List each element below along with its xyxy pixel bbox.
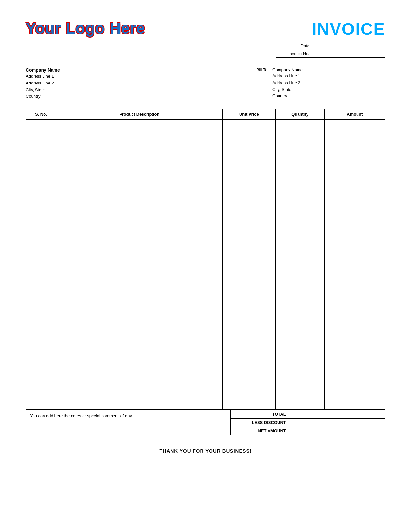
to-city-state: City, State — [272, 86, 303, 93]
invoice-right: INVOICE Date Invoice No. — [272, 19, 385, 58]
from-city-state: City, State — [26, 87, 135, 94]
from-to-section: Company Name Address Line 1 Address Line… — [26, 67, 385, 100]
to-address1: Address Line 1 — [272, 73, 303, 80]
header-description: Product Description — [56, 109, 222, 120]
header-sno: S. No. — [26, 109, 56, 120]
item-amount-cell[interactable] — [325, 120, 385, 410]
to-address2: Address Line 2 — [272, 80, 303, 86]
item-qty-cell[interactable] — [275, 120, 324, 410]
invoice-meta-table: Date Invoice No. — [276, 42, 385, 58]
items-data-row — [26, 120, 385, 410]
logo-text: Your Logo Here — [26, 19, 145, 37]
totals-table: TOTAL LESS DISCOUNT NET AMOUNT — [230, 410, 385, 435]
item-desc-cell[interactable] — [56, 120, 222, 410]
to-country: Country — [272, 93, 303, 100]
item-price-cell[interactable] — [222, 120, 275, 410]
invoice-no-label: Invoice No. — [276, 50, 312, 58]
net-amount-value[interactable] — [289, 427, 385, 435]
date-value[interactable] — [312, 42, 385, 50]
header-section: Your Logo Here INVOICE Date Invoice No. — [26, 19, 385, 58]
from-address2: Address Line 2 — [26, 80, 135, 87]
items-table: S. No. Product Description Unit Price Qu… — [26, 109, 385, 410]
invoice-no-value[interactable] — [312, 50, 385, 58]
total-label: TOTAL — [231, 410, 289, 419]
to-details: Company Name Address Line 1 Address Line… — [272, 67, 303, 100]
items-table-wrapper: S. No. Product Description Unit Price Qu… — [26, 109, 385, 410]
from-address1: Address Line 1 — [26, 73, 135, 80]
net-amount-label: NET AMOUNT — [231, 427, 289, 435]
from-country: Country — [26, 93, 135, 100]
totals-summary: TOTAL LESS DISCOUNT NET AMOUNT — [230, 410, 385, 435]
header-unit-price: Unit Price — [222, 109, 275, 120]
notes-box[interactable]: You can add here the notes or special co… — [26, 410, 164, 429]
discount-label: LESS DISCOUNT — [231, 419, 289, 427]
date-label: Date — [276, 42, 312, 50]
to-section: Bill To: Company Name Address Line 1 Add… — [256, 67, 385, 100]
header-quantity: Quantity — [275, 109, 324, 120]
discount-value[interactable] — [289, 419, 385, 427]
bottom-section: You can add here the notes or special co… — [26, 410, 385, 435]
to-company-name: Company Name — [272, 67, 303, 72]
invoice-title: INVOICE — [312, 19, 385, 39]
from-company-name: Company Name — [26, 67, 135, 73]
item-sno-cell[interactable] — [26, 120, 56, 410]
from-section: Company Name Address Line 1 Address Line… — [26, 67, 135, 100]
bill-to-label: Bill To: — [256, 67, 269, 100]
header-amount: Amount — [325, 109, 385, 120]
total-value[interactable] — [289, 410, 385, 419]
thank-you: THANK YOU FOR YOUR BUSINESS! — [26, 448, 385, 454]
logo-area: Your Logo Here — [26, 19, 145, 37]
